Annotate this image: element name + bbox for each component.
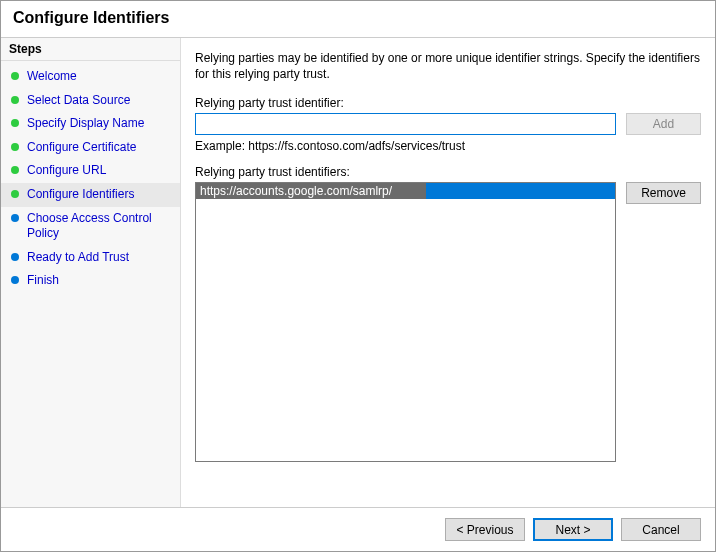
content-area: Steps WelcomeSelect Data SourceSpecify D… (1, 37, 715, 507)
identifier-input-row: Add (195, 113, 701, 135)
step-bullet-icon (11, 72, 19, 80)
identifier-input-label: Relying party trust identifier: (195, 96, 701, 110)
page-title: Configure Identifiers (1, 1, 715, 37)
step-bullet-icon (11, 96, 19, 104)
steps-list: WelcomeSelect Data SourceSpecify Display… (1, 61, 180, 297)
list-side-buttons: Remove (626, 182, 701, 204)
step-bullet-icon (11, 166, 19, 174)
step-label: Ready to Add Trust (27, 250, 129, 266)
step-label: Configure Identifiers (27, 187, 134, 203)
main-panel: Relying parties may be identified by one… (181, 38, 715, 507)
wizard-footer: < Previous Next > Cancel (1, 507, 715, 551)
step-label: Specify Display Name (27, 116, 144, 132)
cancel-button[interactable]: Cancel (621, 518, 701, 541)
step-item[interactable]: Finish (1, 269, 180, 293)
step-item[interactable]: Select Data Source (1, 89, 180, 113)
remove-button[interactable]: Remove (626, 182, 701, 204)
step-label: Select Data Source (27, 93, 130, 109)
step-label: Configure Certificate (27, 140, 136, 156)
step-item[interactable]: Configure Certificate (1, 136, 180, 160)
step-bullet-icon (11, 276, 19, 284)
step-item[interactable]: Configure URL (1, 159, 180, 183)
step-item[interactable]: Ready to Add Trust (1, 246, 180, 270)
step-label: Configure URL (27, 163, 106, 179)
identifiers-row: https://accounts.google.com/samlrp/ Remo… (195, 182, 701, 499)
step-item[interactable]: Choose Access Control Policy (1, 207, 180, 246)
identifiers-listbox[interactable]: https://accounts.google.com/samlrp/ (195, 182, 616, 462)
identifiers-list-label: Relying party trust identifiers: (195, 165, 701, 179)
step-bullet-icon (11, 253, 19, 261)
step-item[interactable]: Welcome (1, 65, 180, 89)
step-label: Choose Access Control Policy (27, 211, 172, 242)
description-text: Relying parties may be identified by one… (195, 50, 701, 82)
next-button[interactable]: Next > (533, 518, 613, 541)
step-item[interactable]: Specify Display Name (1, 112, 180, 136)
example-text: Example: https://fs.contoso.com/adfs/ser… (195, 139, 701, 153)
identifier-input[interactable] (195, 113, 616, 135)
step-label: Finish (27, 273, 59, 289)
step-bullet-icon (11, 143, 19, 151)
previous-button[interactable]: < Previous (445, 518, 525, 541)
step-bullet-icon (11, 190, 19, 198)
add-button[interactable]: Add (626, 113, 701, 135)
step-bullet-icon (11, 214, 19, 222)
steps-sidebar: Steps WelcomeSelect Data SourceSpecify D… (1, 38, 181, 507)
step-bullet-icon (11, 119, 19, 127)
wizard-window: Configure Identifiers Steps WelcomeSelec… (0, 0, 716, 552)
list-item[interactable]: https://accounts.google.com/samlrp/ (196, 183, 615, 199)
steps-header: Steps (1, 38, 180, 61)
step-label: Welcome (27, 69, 77, 85)
step-item[interactable]: Configure Identifiers (1, 183, 180, 207)
